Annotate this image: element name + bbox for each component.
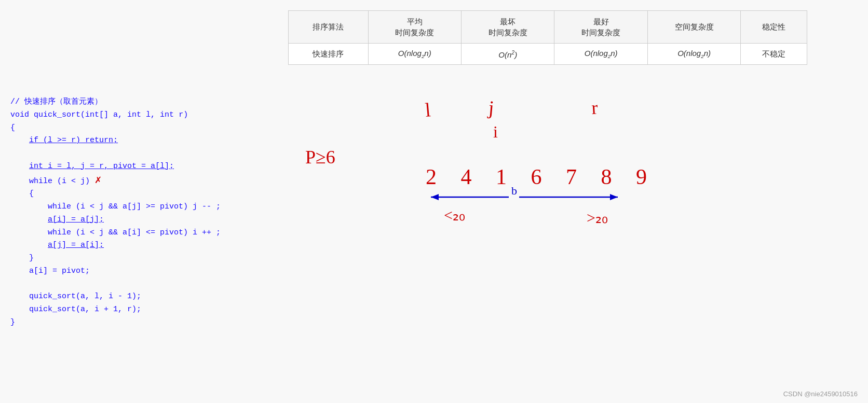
- annotation-gt20: >₂₀: [587, 209, 608, 226]
- code-line-12: }: [10, 252, 221, 265]
- code-blank-2: [10, 278, 221, 291]
- annotation-r: r: [591, 97, 598, 118]
- col-header-best: 最好时间复杂度: [554, 11, 647, 44]
- col-header-stable: 稳定性: [741, 11, 807, 44]
- code-line-11: a[j] = a[i];: [10, 239, 221, 252]
- space-complexity-cell: O(nlog2n): [647, 44, 740, 65]
- code-line-2: {: [10, 122, 221, 135]
- code-line-16: quick_sort(a, i + 1, r);: [10, 303, 221, 316]
- avg-complexity-cell: O(nlog2n): [368, 44, 461, 65]
- code-line-6: while (i < j) ✗: [10, 173, 221, 188]
- code-blank-1: [10, 147, 221, 160]
- annotation-b: b: [511, 184, 517, 197]
- code-line-1: void quick_sort(int[] a, int l, int r): [10, 109, 221, 122]
- keyword-int4: int: [29, 162, 43, 171]
- annotation-numbers: 2 4 1 6 7 8 9: [426, 165, 656, 189]
- code-line-17: }: [10, 316, 221, 329]
- code-line-5: int i = l, j = r, pivot = a[l];: [10, 160, 221, 173]
- code-comment-line: // 快速排序（取首元素）: [10, 96, 221, 109]
- code-line-9: a[i] = a[j];: [10, 214, 221, 227]
- annotation-j-top: j: [486, 96, 495, 119]
- watermark: CSDN @nie2459010516: [783, 390, 858, 398]
- keyword-void: void: [10, 110, 29, 119]
- col-header-worst: 最坏时间复杂度: [461, 11, 554, 44]
- code-line-3: if (l >= r) return;: [10, 134, 221, 147]
- col-header-avg: 平均时间复杂度: [368, 11, 461, 44]
- annotation-lt20: <₂₀: [444, 206, 465, 224]
- keyword-int3: int: [160, 110, 174, 119]
- code-line-8: while (i < j && a[j] >= pivot) j -- ;: [10, 201, 221, 214]
- complexity-table: 排序算法 平均时间复杂度 最坏时间复杂度 最好时间复杂度 空间复杂度 稳定性 快…: [288, 10, 807, 65]
- code-line-13: a[i] = pivot;: [10, 265, 221, 278]
- col-header-space: 空间复杂度: [647, 11, 740, 44]
- annotation-pivot: P≥6: [305, 147, 335, 168]
- code-line-15: quick_sort(a, l, i - 1);: [10, 290, 221, 303]
- algo-name-cell: 快速排序: [289, 44, 369, 65]
- keyword-int1: int: [85, 110, 99, 119]
- keyword-if: if: [29, 136, 38, 145]
- annotation-i: i: [493, 122, 498, 141]
- col-header-algorithm: 排序算法: [289, 11, 369, 44]
- code-line-10: while (i < j && a[i] <= pivot) i ++ ;: [10, 227, 221, 240]
- complexity-table-container: 排序算法 平均时间复杂度 最坏时间复杂度 最好时间复杂度 空间复杂度 稳定性 快…: [288, 10, 807, 65]
- annotation-left-arrowhead: [431, 194, 439, 200]
- keyword-int2: int: [127, 110, 141, 119]
- annotation-right-arrowhead: [610, 194, 618, 200]
- code-block: // 快速排序（取首元素） void quick_sort(int[] a, i…: [10, 96, 221, 329]
- worst-complexity-cell: O(n2): [461, 44, 554, 65]
- best-complexity-cell: O(nlog2n): [554, 44, 647, 65]
- annotation-l: l: [424, 99, 431, 121]
- code-line-7: {: [10, 188, 221, 201]
- table-row: 快速排序 O(nlog2n) O(n2) O(nlog2n) O(nlog2n)…: [289, 44, 807, 65]
- stability-cell: 不稳定: [741, 44, 807, 65]
